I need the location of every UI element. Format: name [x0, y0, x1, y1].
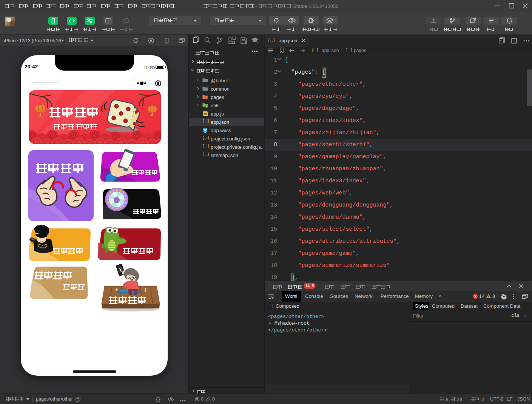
svg-text:JS: JS	[204, 113, 207, 116]
svg-text:GO: GO	[115, 199, 119, 202]
